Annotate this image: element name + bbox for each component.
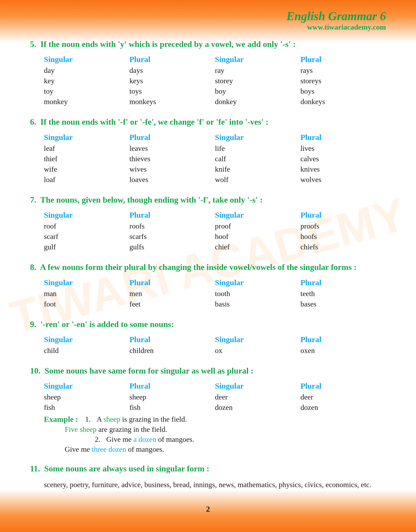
section-10-number: 10. [30,366,40,375]
col-header: Singular [44,209,129,221]
section-7-number: 7. [30,195,36,204]
section-5-table: Singular Plural Singular Plural day days… [44,54,386,107]
table-row: scarfs [129,231,215,242]
example-row-1: Example : 1. A sheep is grazing in the f… [44,415,386,424]
example-row-2: 2. Give me a dozen of mangoes. [44,435,386,444]
example-highlight-three-dozen: three dozen [92,445,126,453]
header-title: English Grammar 6 [30,9,386,23]
table-row: man [44,289,129,299]
table-row: gulf [44,242,129,252]
table-row: dozen [301,402,386,413]
table-row: hoofs [301,231,386,242]
table-row: wife [44,164,129,174]
header-title-number: 6 [380,10,386,23]
table-row: child [44,345,129,356]
example-content-2: Give me a dozen of mangoes. [106,435,194,444]
col-header-plural2: Plural [301,54,386,65]
section-9-title: 9. '-ren' or '-en' is added to some noun… [30,319,386,330]
example-highlight-dozen: a dozen [133,435,156,443]
section-11-number: 11. [30,464,40,473]
table-row: chief [215,242,301,252]
table-row: teeth [301,289,386,299]
footer: 2 [30,505,386,513]
table-row: foot [44,299,129,309]
section-10-text: Some nouns have same form for singular a… [45,366,254,375]
table-row: proof [215,221,301,231]
section-10-title: 10. Some nouns have same form for singul… [30,365,386,377]
section-11-list: scenery, poetry, furniture, advice, busi… [44,478,386,491]
table-row: calf [215,154,301,164]
section-7-table: Singular Plural Singular Plural roof roo… [44,209,386,252]
table-row: hoof [215,231,301,242]
table-row: proofs [301,221,386,231]
example-line2-1: Five sheep are grazing in the field. [65,425,386,434]
col-header: Plural [129,334,215,345]
table-row: days [129,65,215,76]
section-8: 8. A few nouns form their plural by chan… [30,261,386,309]
section-8-number: 8. [30,262,36,272]
example-content-1: A sheep is grazing in the field. [97,415,187,424]
section-10: 10. Some nouns have same form for singul… [30,365,386,454]
page-number: 2 [206,505,210,513]
table-row: bases [301,299,386,309]
section-7-text: The nouns, given below, though ending wi… [40,195,263,204]
col-header: Singular [215,132,301,143]
section-6-table: Singular Plural Singular Plural leaf lea… [44,132,386,185]
section-8-title: 8. A few nouns form their plural by chan… [30,261,386,273]
table-row: knives [301,164,386,174]
section-7-title: 7. The nouns, given below, though ending… [30,194,386,206]
table-row: sheep [129,392,215,402]
table-row: men [129,289,215,299]
table-row: monkey [44,97,129,107]
example-highlight-sheep: sheep [104,415,120,423]
col-header: Singular [215,334,301,345]
header-title-text: English Grammar [286,10,380,23]
section-9-number: 9. [30,320,36,329]
col-header: Singular [44,132,129,143]
table-row: wolf [215,174,301,185]
col-header: Plural [301,132,386,143]
table-row: feet [129,299,215,309]
table-row: calves [301,154,386,164]
section-6-title: 6. If the noun ends with '-f' or '-fe', … [30,116,386,128]
section-5-number: 5. [30,39,36,49]
section-9-table: Singular Plural Singular Plural child ch… [44,334,386,356]
col-header: Singular [44,277,129,289]
table-row: tooth [215,289,301,299]
col-header: Plural [129,277,215,289]
table-row: knife [215,164,301,174]
section-6-text: If the noun ends with '-f' or '-fe', we … [40,117,269,126]
header: English Grammar 6 www.tiwariacademy.com [30,9,386,31]
section-5-text: If the noun ends with 'y' which is prece… [40,39,296,49]
col-header: Plural [129,380,215,392]
table-row: thief [44,154,129,164]
page-content: English Grammar 6 www.tiwariacademy.com … [11,0,405,523]
section-6-number: 6. [30,117,36,126]
col-header-plural1: Plural [129,54,215,65]
table-row: toys [129,86,215,97]
col-header: Plural [301,334,386,345]
table-row: storeys [301,76,386,86]
table-row: loaf [44,174,129,185]
example-label: Example : [44,415,78,424]
col-header: Plural [129,132,215,143]
col-header: Plural [301,277,386,289]
table-row: keys [129,76,215,86]
table-row: ray [215,65,301,76]
col-header: Plural [301,380,386,392]
table-row: leaves [129,143,215,154]
section-10-table: Singular Plural Singular Plural sheep sh… [44,380,386,413]
section-11-text: Some nouns are always used in singular f… [44,464,209,473]
table-row: key [44,76,129,86]
col-header-singular2: Singular [215,54,301,65]
table-row: boys [301,86,386,97]
col-header: Singular [44,334,129,345]
col-header: Plural [301,209,386,221]
table-row: sheep [44,392,129,402]
col-header-singular1: Singular [44,54,129,65]
table-row: scarf [44,231,129,242]
section-5: 5. If the noun ends with 'y' which is pr… [30,39,386,107]
section-8-table: Singular Plural Singular Plural man men … [44,277,386,309]
col-header: Singular [215,380,301,392]
table-row: gulfs [129,242,215,252]
